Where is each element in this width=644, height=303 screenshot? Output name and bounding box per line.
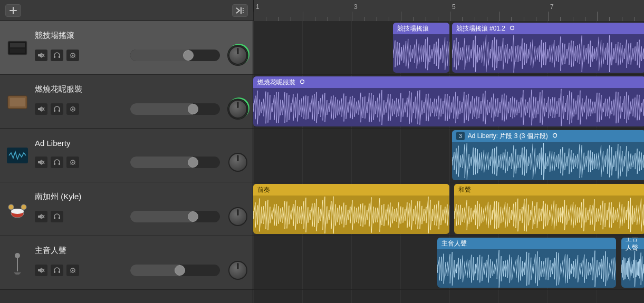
track-input-button[interactable] [66, 157, 79, 168]
region-waveform [253, 196, 449, 234]
ruler-bar-number: 5 [452, 3, 456, 11]
audio-region[interactable]: 主音人聲 [621, 238, 645, 288]
track-instrument-icon [5, 36, 30, 60]
track-header[interactable]: Ad Liberty [0, 129, 253, 182]
loop-icon [551, 132, 559, 141]
svg-point-1 [243, 8, 244, 9]
audio-region[interactable]: 前奏 [253, 184, 449, 234]
track-name-label: 主音人聲 [35, 246, 247, 256]
track-mute-button[interactable] [35, 157, 47, 168]
region-label: 競技場搖滾 #01.2 [456, 24, 505, 33]
region-label: 競技場搖滾 [397, 24, 429, 33]
track-input-button[interactable] [66, 50, 79, 61]
track-input-button[interactable] [66, 103, 79, 115]
track-lane[interactable]: 燃燒花呢服裝 [253, 75, 644, 129]
svg-rect-24 [54, 163, 55, 165]
track-lane[interactable]: 競技場搖滾競技場搖滾 #01.2 [253, 21, 644, 75]
track-headphones-button[interactable] [51, 103, 63, 115]
track-mute-button[interactable] [35, 211, 47, 222]
svg-rect-6 [10, 48, 25, 53]
volume-slider[interactable] [130, 211, 220, 222]
track-instrument-icon [5, 197, 30, 221]
audio-region[interactable]: 3Ad Liberty: 片段 3 (3 個片段) [452, 130, 644, 180]
track-headphones-button[interactable] [51, 211, 63, 222]
pan-knob[interactable] [228, 100, 247, 119]
svg-rect-9 [54, 56, 55, 58]
svg-rect-17 [54, 110, 55, 112]
svg-rect-10 [59, 56, 60, 58]
track-lane[interactable]: 3Ad Liberty: 片段 3 (3 個片段) [253, 129, 644, 182]
svg-point-2 [243, 10, 244, 11]
region-waveform [454, 196, 644, 234]
svg-rect-5 [10, 43, 25, 47]
pan-knob[interactable] [228, 46, 247, 65]
pan-knob[interactable] [228, 153, 247, 172]
audio-region[interactable]: 競技場搖滾 [393, 23, 449, 73]
region-label: 燃燒花呢服裝 [257, 78, 295, 87]
track-header[interactable]: 燃燒花呢服裝 [0, 75, 253, 129]
track-headphones-button[interactable] [51, 157, 63, 168]
track-instrument-icon [5, 90, 30, 114]
track-name-label: 競技場搖滾 [35, 31, 247, 41]
loop-icon [508, 24, 516, 33]
region-label: 主音人聲 [441, 239, 467, 248]
track-header[interactable]: 競技場搖滾 [0, 21, 253, 75]
audio-region[interactable]: 和聲 [454, 184, 644, 234]
header-bar: 13579 [0, 0, 644, 21]
region-waveform [437, 249, 616, 288]
track-name-label: 南加州 (Kyle) [35, 192, 247, 202]
volume-slider[interactable] [130, 157, 220, 168]
track-mute-button[interactable] [35, 265, 47, 276]
svg-point-3 [243, 12, 244, 13]
audio-region[interactable]: 燃燒花呢服裝 [253, 76, 644, 126]
pan-knob[interactable] [228, 261, 247, 280]
add-track-button[interactable] [5, 4, 21, 17]
track-list: 競技場搖滾燃燒花呢服裝Ad Liberty南加州 (Kyle)主音人聲 [0, 21, 253, 303]
track-headphones-button[interactable] [51, 265, 63, 276]
svg-rect-18 [59, 110, 60, 112]
track-header[interactable]: 主音人聲 [0, 236, 253, 290]
svg-rect-34 [54, 217, 55, 219]
ruler-bar-number: 7 [550, 3, 554, 11]
region-waveform [253, 88, 644, 126]
audio-region[interactable]: 競技場搖滾 #01.2 [452, 23, 644, 73]
svg-rect-41 [59, 271, 60, 273]
region-waveform [393, 34, 449, 73]
track-mute-button[interactable] [35, 103, 47, 115]
svg-point-36 [15, 253, 20, 258]
track-lane[interactable]: 前奏和聲 [253, 182, 644, 236]
timeline-ruler[interactable]: 13579 [253, 0, 644, 21]
timeline-area[interactable]: 競技場搖滾競技場搖滾 #01.2燃燒花呢服裝3Ad Liberty: 片段 3 … [253, 21, 644, 303]
svg-point-30 [8, 204, 14, 210]
audio-region[interactable]: 主音人聲 [437, 238, 616, 288]
track-lane[interactable]: 主音人聲主音人聲 [253, 236, 644, 290]
ruler-bar-number: 1 [256, 3, 259, 11]
loop-icon [299, 78, 306, 87]
svg-rect-40 [54, 271, 55, 273]
track-mute-button[interactable] [35, 50, 47, 61]
track-header[interactable]: 南加州 (Kyle) [0, 182, 253, 236]
track-name-label: 燃燒花呢服裝 [35, 84, 247, 94]
region-waveform [452, 142, 644, 180]
svg-rect-21 [7, 148, 28, 163]
pan-knob[interactable] [228, 207, 247, 226]
volume-slider[interactable] [130, 265, 220, 276]
catch-playhead-button[interactable] [232, 4, 248, 17]
svg-point-29 [11, 209, 24, 214]
track-input-button[interactable] [66, 265, 79, 276]
region-label: 前奏 [257, 185, 270, 194]
region-waveform [621, 249, 645, 288]
ruler-bar-number: 3 [354, 3, 358, 11]
svg-rect-0 [241, 7, 242, 14]
volume-slider[interactable] [130, 50, 220, 61]
track-instrument-icon [5, 251, 30, 275]
track-name-label: Ad Liberty [35, 139, 247, 148]
take-count-badge: 3 [456, 132, 465, 140]
region-label: 和聲 [458, 185, 471, 194]
track-headphones-button[interactable] [51, 50, 63, 61]
volume-slider[interactable] [130, 103, 220, 115]
svg-rect-14 [10, 98, 25, 106]
svg-rect-25 [59, 163, 60, 165]
svg-point-31 [21, 204, 26, 210]
svg-rect-4 [8, 41, 27, 55]
